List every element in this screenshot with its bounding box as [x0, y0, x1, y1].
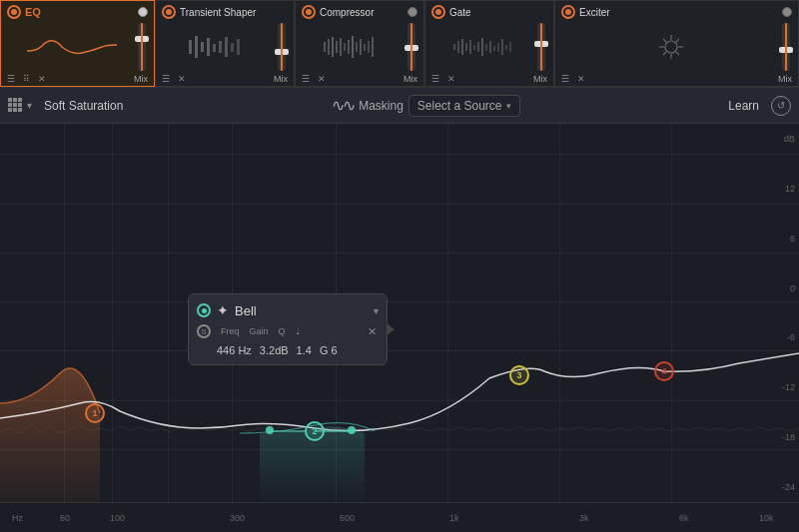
bell-chevron-icon[interactable]: ▾ [374, 305, 379, 316]
band-2-left-handle [270, 430, 305, 432]
exciter-power-button[interactable] [561, 5, 575, 19]
svg-rect-5 [219, 41, 222, 53]
exciter-close-icon[interactable]: ✕ [577, 74, 585, 84]
exciter-fader[interactable] [782, 23, 790, 71]
band-node-3[interactable]: 3 [509, 365, 529, 385]
band-2-right-handle-dot[interactable] [348, 426, 356, 434]
band-node-1[interactable]: 1 [85, 403, 105, 423]
eq-menu-icon[interactable]: ☰ [7, 74, 15, 84]
band-node-4-label: 4 [661, 366, 666, 376]
grid-icon [8, 98, 24, 114]
svg-rect-7 [231, 43, 234, 52]
transient-body [156, 23, 294, 71]
eq-curve [0, 124, 799, 502]
exciter-knob[interactable] [782, 7, 792, 17]
transient-power-button[interactable] [162, 5, 176, 19]
gate-footer: ☰ ✕ Mix [425, 71, 553, 86]
eq-main[interactable]: dB 12 6 0 -6 -12 -18 -24 1 2 3 4 ✦ Bell … [0, 124, 799, 532]
source-selector[interactable]: Select a Source ▾ [408, 95, 520, 117]
exciter-mix-label: Mix [778, 74, 792, 84]
transient-mix-label: Mix [274, 74, 288, 84]
eq-footer: ☰ ⠿ ✕ Mix [1, 71, 154, 86]
freq-1k: 1k [449, 513, 459, 523]
gate-fader[interactable] [537, 23, 545, 71]
transient-close-icon[interactable]: ✕ [178, 74, 186, 84]
plugin-slot-eq[interactable]: EQ ☰ ⠿ ✕ Mix [0, 0, 155, 87]
svg-rect-31 [489, 41, 491, 53]
bell-freq-value: 446 Hz [217, 344, 252, 356]
bell-note-label: ♩ [296, 326, 300, 336]
svg-rect-26 [469, 40, 471, 54]
compressor-waveform [304, 32, 403, 62]
svg-rect-0 [189, 40, 192, 54]
svg-rect-35 [505, 45, 507, 50]
freq-6k: 6k [679, 513, 689, 523]
masking-label: Masking [359, 99, 403, 113]
exciter-plugin-name: Exciter [579, 7, 778, 18]
svg-rect-22 [453, 44, 455, 50]
eq-power-button[interactable] [7, 5, 21, 19]
plugin-slot-exciter[interactable]: Exciter [554, 0, 799, 87]
band-2-left-handle-dot[interactable] [266, 426, 274, 434]
transient-fader[interactable] [278, 23, 286, 71]
svg-rect-21 [372, 37, 374, 57]
svg-line-42 [663, 39, 666, 42]
bell-q-label: Q [279, 326, 286, 336]
eq-close-icon[interactable]: ✕ [38, 74, 46, 84]
freq-600: 600 [340, 513, 355, 523]
eq-plugin-name: EQ [25, 6, 134, 18]
band-2-right-handle [315, 430, 350, 432]
grid-button[interactable]: ▾ [8, 98, 32, 114]
svg-rect-24 [461, 39, 463, 55]
bell-q-value: 1.4 [297, 344, 312, 356]
gate-menu-icon[interactable]: ☰ [431, 74, 439, 84]
gate-power-button[interactable] [431, 5, 445, 19]
plugin-slot-gate[interactable]: Gate [424, 0, 554, 87]
compressor-power-button[interactable] [302, 5, 316, 19]
plugin-slot-compressor[interactable]: Compressor [295, 0, 424, 87]
eq-dots-icon[interactable]: ⠿ [23, 74, 30, 84]
svg-rect-33 [497, 43, 499, 52]
transient-menu-icon[interactable]: ☰ [162, 74, 170, 84]
bell-power-button[interactable] [197, 303, 211, 317]
plugin-slot-transient[interactable]: Transient Shaper [155, 0, 295, 87]
gate-waveform [433, 32, 533, 62]
svg-rect-12 [336, 41, 338, 53]
compressor-menu-icon[interactable]: ☰ [302, 74, 310, 84]
bell-note-value: G 6 [320, 344, 338, 356]
svg-line-43 [676, 39, 679, 42]
svg-rect-4 [213, 44, 216, 52]
db-label-neg24: -24 [782, 482, 795, 492]
exciter-menu-icon[interactable]: ☰ [561, 74, 569, 84]
svg-rect-30 [485, 44, 487, 51]
svg-rect-29 [481, 38, 483, 56]
eq-knob[interactable] [138, 7, 148, 17]
bell-solo-button[interactable]: S [197, 324, 211, 338]
band-node-4[interactable]: 4 [654, 361, 674, 381]
preset-label[interactable]: Soft Saturation [44, 99, 123, 113]
compressor-close-icon[interactable]: ✕ [318, 74, 326, 84]
bell-freq-label: Freq [221, 326, 240, 336]
db-label-6: 6 [782, 234, 795, 244]
transient-waveform [164, 32, 274, 62]
compressor-knob[interactable] [407, 7, 417, 17]
svg-rect-23 [457, 41, 459, 53]
cycle-button[interactable]: ↺ [771, 96, 791, 116]
source-chevron-icon: ▾ [506, 101, 511, 111]
masking-section: ∿∿ Masking Select a Source ▾ [332, 95, 519, 117]
freq-labels: Hz 60 100 300 600 1k 3k 6k 10k [0, 502, 799, 532]
bell-close-button[interactable]: ✕ [365, 324, 379, 338]
gate-close-icon[interactable]: ✕ [447, 74, 455, 84]
bell-popup: ✦ Bell ▾ S Freq Gain Q ♩ ✕ 446 Hz 3.2dB … [188, 293, 388, 365]
transient-plugin-name: Transient Shaper [180, 7, 288, 18]
bell-gain-value: 3.2dB [260, 344, 289, 356]
db-label-neg6: -6 [782, 332, 795, 342]
compressor-fader[interactable] [407, 23, 415, 71]
freq-60: 60 [60, 513, 70, 523]
freq-300: 300 [230, 513, 245, 523]
bell-popup-arrow [387, 323, 395, 335]
svg-rect-25 [465, 43, 467, 51]
toolbar: ▾ Soft Saturation ∿∿ Masking Select a So… [0, 88, 799, 124]
learn-button[interactable]: Learn [728, 99, 759, 113]
eq-fader[interactable] [138, 23, 146, 71]
